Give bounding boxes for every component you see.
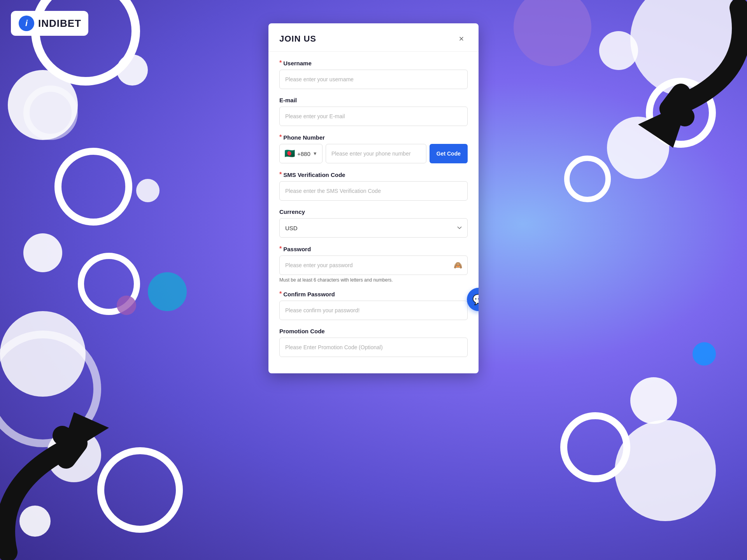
promo-input[interactable] bbox=[279, 338, 468, 357]
sms-label: * SMS Verification Code bbox=[279, 171, 468, 178]
password-hint: Must be at least 6 characters with lette… bbox=[279, 277, 468, 283]
phone-required-star: * bbox=[279, 134, 282, 141]
phone-input[interactable] bbox=[326, 144, 426, 163]
sms-required-star: * bbox=[279, 171, 282, 178]
confirm-password-input[interactable] bbox=[279, 301, 468, 320]
password-group: * Password 🙈 Must be at least 6 characte… bbox=[279, 245, 468, 283]
country-flag: 🇧🇩 bbox=[284, 149, 295, 159]
modal-body: * Username E-mail * Phone Number bbox=[268, 52, 479, 373]
username-label: * Username bbox=[279, 60, 468, 66]
modal-overlay: JOIN US × * Username E-mail bbox=[0, 0, 747, 560]
promo-group: Promotion Code bbox=[279, 328, 468, 357]
username-required-star: * bbox=[279, 60, 282, 66]
currency-group: Currency USD BDT EUR GBP bbox=[279, 208, 468, 238]
sms-input[interactable] bbox=[279, 181, 468, 201]
confirm-required-star: * bbox=[279, 290, 282, 298]
password-input[interactable] bbox=[279, 256, 468, 275]
currency-label: Currency bbox=[279, 208, 468, 215]
password-required-star: * bbox=[279, 245, 282, 252]
phone-row: 🇧🇩 +880 ▼ Get Code bbox=[279, 144, 468, 163]
country-code-value: +880 bbox=[297, 150, 310, 157]
email-group: E-mail bbox=[279, 97, 468, 126]
promo-label: Promotion Code bbox=[279, 328, 468, 334]
email-label: E-mail bbox=[279, 97, 468, 103]
get-code-button[interactable]: Get Code bbox=[430, 144, 468, 163]
phone-label: * Phone Number bbox=[279, 134, 468, 141]
username-group: * Username bbox=[279, 60, 468, 89]
confirm-password-group: * Confirm Password bbox=[279, 290, 468, 320]
password-wrapper: 🙈 bbox=[279, 256, 468, 275]
modal-close-button[interactable]: × bbox=[455, 33, 468, 45]
password-label: * Password bbox=[279, 245, 468, 252]
currency-select[interactable]: USD BDT EUR GBP bbox=[279, 218, 468, 238]
eye-off-icon: 🙈 bbox=[454, 261, 462, 269]
username-input[interactable] bbox=[279, 70, 468, 89]
chevron-down-icon: ▼ bbox=[313, 151, 317, 156]
confirm-password-label: * Confirm Password bbox=[279, 290, 468, 298]
password-toggle-button[interactable]: 🙈 bbox=[454, 261, 462, 270]
modal-header: JOIN US × bbox=[268, 23, 479, 52]
sms-group: * SMS Verification Code bbox=[279, 171, 468, 201]
country-code-selector[interactable]: 🇧🇩 +880 ▼ bbox=[279, 144, 323, 163]
email-input[interactable] bbox=[279, 107, 468, 126]
join-modal: JOIN US × * Username E-mail bbox=[268, 23, 479, 373]
modal-title: JOIN US bbox=[279, 34, 316, 44]
phone-group: * Phone Number 🇧🇩 +880 ▼ Get Code bbox=[279, 134, 468, 163]
chat-icon: 💬 bbox=[472, 294, 479, 306]
